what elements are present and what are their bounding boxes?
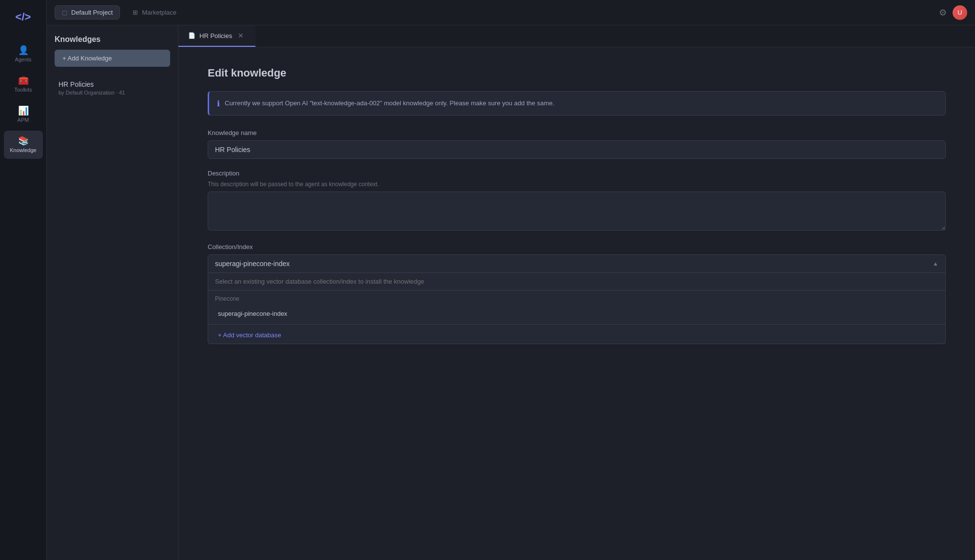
right-panel: 📄 HR Policies ✕ Edit knowledge ℹ Current… [178,25,975,560]
collection-label: Collection/Index [208,243,946,251]
info-banner: ℹ Currently we support Open AI "text-kno… [208,91,946,116]
main-area: ▢ Default Project ⊞ Marketplace ⚙ U Know… [47,0,975,560]
info-icon: ℹ [217,99,220,108]
apm-icon: 📊 [18,106,29,115]
page-title: Edit knowledge [208,67,946,79]
knowledge-item-sub: by Default Organization · 41 [58,90,166,96]
knowledge-list-item[interactable]: HR Policies by Default Organization · 41 [51,75,174,101]
sidebar-item-knowledge-label: Knowledge [10,147,36,153]
avatar[interactable]: U [953,5,967,20]
dropdown-divider [208,324,945,325]
tab-hr-policies[interactable]: 📄 HR Policies ✕ [178,25,255,47]
dropdown-group-label: Pinecone [208,290,945,305]
left-panel: Knowledges + Add Knowledge HR Policies b… [47,25,178,560]
settings-icon[interactable]: ⚙ [939,7,947,18]
dropdown-option-superagi[interactable]: superagi-pinecone-index [211,305,942,322]
description-textarea[interactable] [208,192,946,231]
sidebar-item-toolkits[interactable]: 🧰 Toolkits [4,70,43,98]
knowledge-name-label: Knowledge name [208,129,946,136]
marketplace-tab-label: Marketplace [142,9,176,16]
sidebar-item-toolkits-label: Toolkits [14,87,32,93]
dropdown-search-input[interactable] [208,273,945,290]
project-tab-icon: ▢ [62,9,67,16]
toolkits-icon: 🧰 [18,76,29,85]
description-hint: This description will be passed to the a… [208,181,946,188]
panel-header: Knowledges [47,25,178,50]
dropdown-panel: Pinecone superagi-pinecone-index + Add v… [208,273,946,344]
topbar-right: ⚙ U [939,5,967,20]
add-vector-database-button[interactable]: + Add vector database [211,327,942,344]
collection-group: Collection/Index superagi-pinecone-index… [208,243,946,344]
description-group: Description This description will be pas… [208,170,946,232]
collection-dropdown: superagi-pinecone-index ▲ Pinecone super… [208,254,946,344]
add-knowledge-button[interactable]: + Add Knowledge [55,50,170,67]
content: Knowledges + Add Knowledge HR Policies b… [47,25,975,560]
knowledge-icon: 📚 [18,136,29,145]
info-text: Currently we support Open AI "text-knowl… [225,98,554,108]
avatar-text: U [957,9,962,16]
tab-bar: 📄 HR Policies ✕ [178,25,975,47]
sidebar-item-apm-label: APM [18,117,29,123]
topbar: ▢ Default Project ⊞ Marketplace ⚙ U [47,0,975,25]
sidebar-item-apm[interactable]: 📊 APM [4,100,43,129]
project-tab-label: Default Project [71,9,113,16]
knowledge-item-name: HR Policies [58,80,166,88]
sidebar: </> 👤 Agents 🧰 Toolkits 📊 APM 📚 Knowledg… [0,0,47,560]
logo: </> [11,6,36,28]
sidebar-item-knowledge[interactable]: 📚 Knowledge [4,131,43,159]
main-content: Edit knowledge ℹ Currently we support Op… [178,47,975,560]
knowledge-name-group: Knowledge name [208,129,946,159]
chevron-up-icon: ▲ [933,260,938,267]
dropdown-selected-value: superagi-pinecone-index [215,260,290,268]
dropdown-selected[interactable]: superagi-pinecone-index ▲ [208,254,946,273]
description-label: Description [208,170,946,177]
sidebar-item-agents[interactable]: 👤 Agents [4,40,43,68]
tab-hr-policies-label: HR Policies [199,32,232,39]
sidebar-item-agents-label: Agents [15,57,31,62]
marketplace-tab[interactable]: ⊞ Marketplace [126,6,183,19]
tab-close-button[interactable]: ✕ [236,31,246,40]
tab-hr-policies-icon: 📄 [188,32,195,39]
marketplace-tab-icon: ⊞ [133,9,138,16]
agents-icon: 👤 [18,46,29,55]
project-tab[interactable]: ▢ Default Project [55,5,120,19]
knowledge-name-input[interactable] [208,140,946,159]
